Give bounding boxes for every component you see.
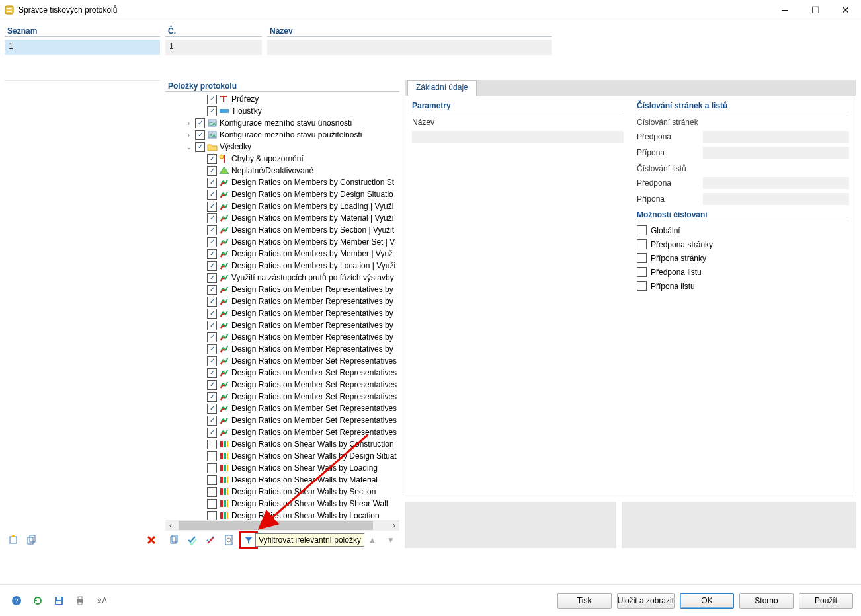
print-button-icon[interactable] xyxy=(71,593,89,609)
tree-checkbox[interactable] xyxy=(207,106,217,116)
tree-item[interactable]: Design Ratios on Members by Section | Vy… xyxy=(165,224,399,236)
tree-item[interactable]: Design Ratios on Shear Walls by Construc… xyxy=(165,438,399,450)
tree-item[interactable]: Chyby & upozornění xyxy=(165,153,399,165)
tree-checkbox[interactable] xyxy=(195,130,205,140)
tree-item[interactable]: Neplatné/Deaktivované xyxy=(165,165,399,176)
minimize-button[interactable]: ─ xyxy=(770,0,800,20)
tree-item[interactable]: Design Ratios on Shear Walls by Material xyxy=(165,474,399,486)
numbering-option[interactable]: Přípona stránky xyxy=(637,253,849,263)
refresh-button[interactable] xyxy=(29,593,46,609)
tree-item[interactable]: Design Ratios on Member Representatives … xyxy=(165,343,399,355)
tree-item[interactable]: Design Ratios on Shear Walls by Location xyxy=(165,510,399,520)
tree-checkbox[interactable] xyxy=(207,297,217,307)
storno-button[interactable]: Storno xyxy=(739,593,794,609)
tree-checkbox[interactable] xyxy=(207,202,217,212)
tree-checkbox[interactable] xyxy=(207,356,217,366)
tree-item[interactable]: Design Ratios on Member Representatives … xyxy=(165,307,399,319)
move-up-button[interactable]: ▲ xyxy=(364,532,381,548)
tisk-button[interactable]: Tisk xyxy=(557,593,612,609)
tree-item[interactable]: Design Ratios on Member Representatives … xyxy=(165,295,399,307)
settings-page-button[interactable] xyxy=(221,532,238,548)
option-checkbox[interactable] xyxy=(637,225,647,235)
ok-button[interactable]: OK xyxy=(680,593,734,609)
tree-checkbox[interactable] xyxy=(207,511,217,520)
twisty-down-icon[interactable]: ⌄ xyxy=(184,143,194,151)
tree-checkbox[interactable] xyxy=(207,237,217,247)
tree-item[interactable]: Design Ratios on Member Set Representati… xyxy=(165,391,399,403)
tree-checkbox[interactable] xyxy=(207,154,217,164)
tree-checkbox[interactable] xyxy=(207,344,217,354)
tree-hscroll[interactable]: ‹ › xyxy=(165,520,399,531)
tree-item[interactable]: Design Ratios on Members by Design Situa… xyxy=(165,188,399,200)
tree-item[interactable]: Design Ratios on Member Set Representati… xyxy=(165,379,399,391)
language-button[interactable]: 文A xyxy=(93,593,110,609)
tree-checkbox[interactable] xyxy=(207,428,217,438)
tree-item[interactable]: Design Ratios on Member Set Representati… xyxy=(165,355,399,367)
tab-zakladni-udaje[interactable]: Základní údaje xyxy=(407,80,477,96)
tree-item[interactable]: Průřezy xyxy=(165,93,399,105)
tree-item[interactable]: Design Ratios on Shear Walls by Design S… xyxy=(165,450,399,462)
tree-checkbox[interactable] xyxy=(207,285,217,295)
numbering-option[interactable]: Předpona listu xyxy=(637,267,849,277)
tree-checkbox[interactable] xyxy=(207,261,217,271)
tree-checkbox[interactable] xyxy=(207,321,217,330)
tree-checkbox[interactable] xyxy=(207,178,217,188)
option-checkbox[interactable] xyxy=(637,239,647,249)
tree-checkbox[interactable] xyxy=(207,499,217,509)
numbering-option[interactable]: Přípona listu xyxy=(637,281,849,291)
maximize-button[interactable]: ☐ xyxy=(800,0,831,20)
seznam-selected-row[interactable]: 1 xyxy=(5,40,160,55)
tree-scroll[interactable]: PrůřezyTloušťky›SAKonfigurace mezního st… xyxy=(165,92,399,520)
tree-checkbox[interactable] xyxy=(207,249,217,259)
nazev-value-box[interactable] xyxy=(267,40,552,55)
tree-checkbox[interactable] xyxy=(207,309,217,319)
tree-item[interactable]: Design Ratios on Member Representatives … xyxy=(165,319,399,331)
pripona-stranek-input[interactable] xyxy=(703,147,849,159)
tree-checkbox[interactable] xyxy=(207,475,217,485)
predpona-listu-input[interactable] xyxy=(703,177,849,189)
ulozit-zobrazit-button[interactable]: Uložit a zobrazit xyxy=(617,593,675,609)
tree-checkbox[interactable] xyxy=(207,166,217,176)
tree-checkbox[interactable] xyxy=(207,95,217,104)
twisty-right-icon[interactable]: › xyxy=(184,120,194,127)
tree-checkbox[interactable] xyxy=(207,487,217,497)
tree-item[interactable]: Tloušťky xyxy=(165,105,399,117)
uncheck-all-button[interactable] xyxy=(202,532,220,548)
tree-checkbox[interactable] xyxy=(207,273,217,283)
tree-item[interactable]: Design Ratios on Members by Construction… xyxy=(165,176,399,188)
option-checkbox[interactable] xyxy=(637,267,647,277)
delete-protocol-button[interactable] xyxy=(143,532,160,548)
option-checkbox[interactable] xyxy=(637,253,647,263)
tree-item[interactable]: ⌄Výsledky xyxy=(165,141,399,153)
tree-checkbox[interactable] xyxy=(207,463,217,473)
nazev-input[interactable] xyxy=(412,131,624,143)
tree-checkbox[interactable] xyxy=(195,142,205,152)
move-down-button[interactable]: ▼ xyxy=(382,532,399,548)
tree-item[interactable]: Design Ratios on Member Set Representati… xyxy=(165,367,399,379)
tree-checkbox[interactable] xyxy=(207,440,217,449)
tree-item[interactable]: Design Ratios on Shear Walls by Section xyxy=(165,486,399,498)
tree-checkbox[interactable] xyxy=(207,416,217,426)
hscroll-right-arrow-icon[interactable]: › xyxy=(389,520,399,531)
tree-item[interactable]: Design Ratios on Shear Walls by Shear Wa… xyxy=(165,498,399,510)
save-as-button[interactable] xyxy=(50,593,67,609)
hscroll-thumb[interactable] xyxy=(179,521,373,530)
numbering-option[interactable]: Globální xyxy=(637,225,849,235)
numbering-option[interactable]: Předpona stránky xyxy=(637,239,849,249)
twisty-right-icon[interactable]: › xyxy=(184,132,194,139)
tree-item[interactable]: Design Ratios on Member Set Representati… xyxy=(165,414,399,426)
hscroll-left-arrow-icon[interactable]: ‹ xyxy=(165,520,176,531)
tree-item[interactable]: ›SAKonfigurace mezního stavu použitelnos… xyxy=(165,129,399,141)
new-protocol-button[interactable] xyxy=(5,532,22,548)
duplicate-protocol-button[interactable] xyxy=(23,532,40,548)
tree-checkbox[interactable] xyxy=(207,190,217,200)
option-checkbox[interactable] xyxy=(637,281,647,291)
tree-checkbox[interactable] xyxy=(207,225,217,235)
tree-item[interactable]: Design Ratios on Members by Loading | Vy… xyxy=(165,200,399,212)
copy-button[interactable] xyxy=(165,532,183,548)
tree-item[interactable]: Design Ratios on Shear Walls by Loading xyxy=(165,462,399,474)
pripona-listu-input[interactable] xyxy=(703,193,849,205)
tree-checkbox[interactable] xyxy=(195,118,205,128)
tree-item[interactable]: Design Ratios on Member Set Representati… xyxy=(165,403,399,414)
tree-item[interactable]: Design Ratios on Member Representatives … xyxy=(165,284,399,295)
